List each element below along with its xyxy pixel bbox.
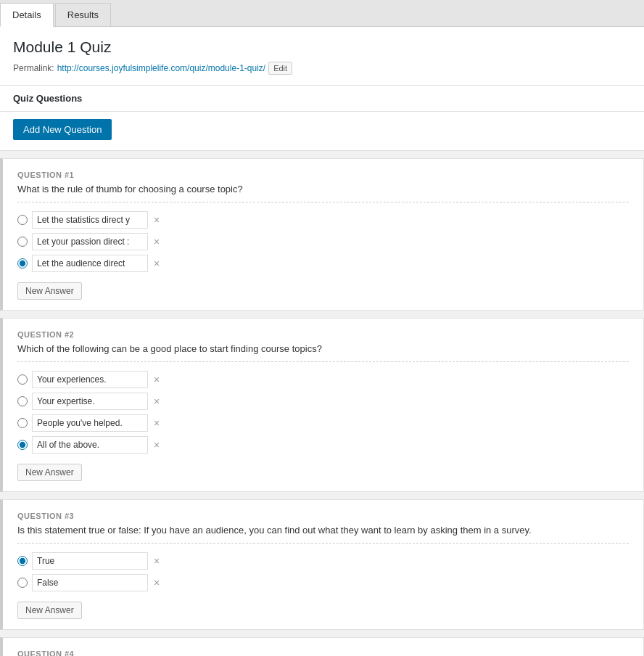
questions-container: QUESTION #1What is the rule of thumb for… xyxy=(0,151,644,656)
answer-input-3-2[interactable] xyxy=(32,574,148,591)
answer-input-1-1[interactable] xyxy=(32,211,148,229)
answer-radio-1-3[interactable] xyxy=(17,258,28,268)
answer-radio-1-2[interactable] xyxy=(17,237,28,247)
answer-row: × xyxy=(17,436,629,454)
tabs-bar: Details Results xyxy=(0,0,644,27)
permalink-link[interactable]: http://courses.joyfulsimplelife.com/quiz… xyxy=(57,63,265,73)
new-answer-button-2[interactable]: New Answer xyxy=(17,464,82,481)
permalink-label: Permalink: xyxy=(13,63,54,73)
answer-remove-icon[interactable]: × xyxy=(152,215,161,225)
answer-remove-icon[interactable]: × xyxy=(152,237,161,247)
answer-remove-icon[interactable]: × xyxy=(152,556,161,566)
answer-radio-2-1[interactable] xyxy=(17,374,28,385)
answer-input-1-2[interactable] xyxy=(32,233,148,250)
answer-radio-2-2[interactable] xyxy=(17,396,28,406)
question-label-2: QUESTION #2 xyxy=(17,330,629,339)
answer-radio-2-3[interactable] xyxy=(17,418,28,428)
question-text-3: Is this statement true or false: If you … xyxy=(17,525,629,544)
tab-details[interactable]: Details xyxy=(0,3,54,27)
new-answer-button-1[interactable]: New Answer xyxy=(17,282,82,300)
answer-row: × xyxy=(17,552,629,570)
page-title: Module 1 Quiz xyxy=(13,38,631,56)
answer-radio-3-2[interactable] xyxy=(17,578,28,588)
answer-row: × xyxy=(17,233,629,250)
answer-remove-icon[interactable]: × xyxy=(152,578,161,588)
question-card-4: QUESTION #4Is this statement true or fal… xyxy=(0,637,644,656)
answer-radio-2-4[interactable] xyxy=(17,440,28,450)
question-label-3: QUESTION #3 xyxy=(17,512,629,520)
answer-remove-icon[interactable]: × xyxy=(152,440,161,450)
question-text-1: What is the rule of thumb for choosing a… xyxy=(17,184,629,202)
page-header: Module 1 Quiz Permalink: http://courses.… xyxy=(0,27,644,86)
question-card-1: QUESTION #1What is the rule of thumb for… xyxy=(0,158,644,311)
answer-remove-icon[interactable]: × xyxy=(152,374,161,385)
answer-radio-3-1[interactable] xyxy=(17,556,28,566)
answer-row: × xyxy=(17,574,629,591)
answer-row: × xyxy=(17,371,629,388)
answer-input-2-4[interactable] xyxy=(32,436,148,454)
tab-results[interactable]: Results xyxy=(55,3,111,26)
question-card-3: QUESTION #3Is this statement true or fal… xyxy=(0,499,644,630)
answer-remove-icon[interactable]: × xyxy=(152,396,161,406)
answer-input-2-2[interactable] xyxy=(32,393,148,410)
answer-row: × xyxy=(17,414,629,432)
question-label-1: QUESTION #1 xyxy=(17,171,629,179)
question-text-2: Which of the following can be a good pla… xyxy=(17,343,629,362)
answer-remove-icon[interactable]: × xyxy=(152,418,161,428)
question-label-4: QUESTION #4 xyxy=(17,649,629,656)
new-answer-button-3[interactable]: New Answer xyxy=(17,602,82,619)
add-question-bar: Add New Question xyxy=(0,112,644,151)
answer-input-1-3[interactable] xyxy=(32,255,148,272)
answer-row: × xyxy=(17,393,629,410)
edit-permalink-button[interactable]: Edit xyxy=(268,62,292,75)
answer-input-3-1[interactable] xyxy=(32,552,148,570)
answer-row: × xyxy=(17,255,629,272)
answer-radio-1-1[interactable] xyxy=(17,215,28,225)
answer-input-2-3[interactable] xyxy=(32,414,148,432)
quiz-questions-header: Quiz Questions xyxy=(0,86,644,112)
question-card-2: QUESTION #2Which of the following can be… xyxy=(0,318,644,492)
answer-row: × xyxy=(17,211,629,229)
answer-remove-icon[interactable]: × xyxy=(152,258,161,268)
answer-input-2-1[interactable] xyxy=(32,371,148,388)
permalink-row: Permalink: http://courses.joyfulsimpleli… xyxy=(13,62,631,75)
add-new-question-button[interactable]: Add New Question xyxy=(13,119,112,140)
